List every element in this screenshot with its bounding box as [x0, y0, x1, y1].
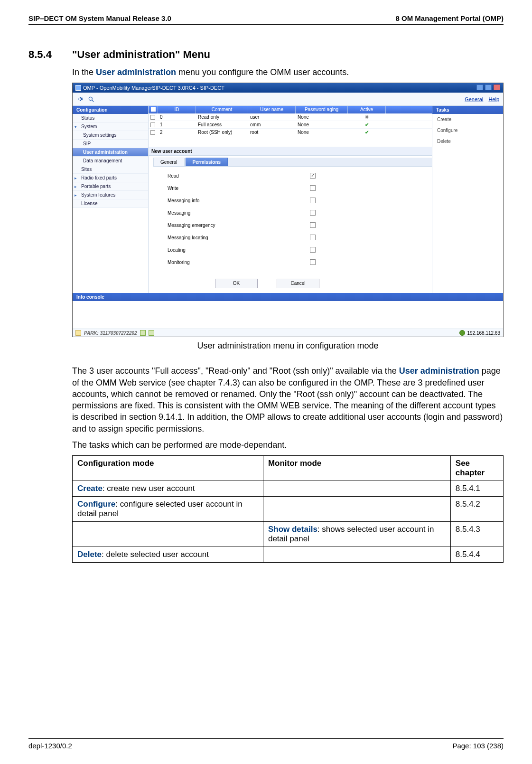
table-row[interactable]: 2 Root (SSH only) root None ✔ [149, 129, 432, 136]
tasks-table: Configuration mode Monitor mode See chap… [72, 455, 504, 563]
footer-left: depl-1230/0.2 [28, 742, 72, 750]
section-number: 8.5.4 [28, 48, 72, 61]
sidebar-item-license[interactable]: License [73, 199, 148, 208]
header-left: SIP–DECT OM System Manual Release 3.0 [28, 14, 171, 22]
general-link[interactable]: General [465, 96, 483, 102]
figure-caption: User administration menu in configuratio… [72, 341, 504, 351]
row-checkbox[interactable] [150, 130, 155, 135]
page-header: SIP–DECT OM System Manual Release 3.0 8 … [28, 14, 504, 25]
task-keyword: Delete [77, 550, 102, 559]
paragraph-2: The tasks which can be performed are mod… [72, 439, 504, 451]
column-id[interactable]: ID [158, 106, 196, 113]
sidebar-heading: Configuration [73, 106, 148, 114]
info-console-body [73, 301, 503, 329]
inactive-icon: ✖ [365, 114, 369, 120]
permission-label: Write [168, 186, 310, 191]
table-row: Configure: configure selected user accou… [73, 497, 504, 522]
window-titlebar: OMP - OpenMobility ManagerSIP-DECT 3.0RC… [73, 83, 503, 93]
gear-icon[interactable] [76, 96, 83, 103]
user-admin-link: User administration [399, 366, 479, 376]
permission-checkbox[interactable] [310, 259, 316, 265]
section-title: "User administration" Menu [72, 48, 210, 61]
screenshot-figure: OMP - OpenMobility ManagerSIP-DECT 3.0RC… [72, 83, 504, 337]
table-row[interactable]: 0 Read only user None ✖ [149, 113, 432, 121]
section-heading: 8.5.4 "User administration" Menu [28, 48, 504, 61]
column-comment[interactable]: Comment [196, 106, 248, 113]
tasks-heading: Tasks [432, 106, 503, 114]
sidebar-item-system[interactable]: System [73, 123, 148, 131]
table-row[interactable]: 1 Full access omm None ✔ [149, 121, 432, 129]
permission-checkbox[interactable] [310, 198, 316, 203]
svg-line-1 [92, 100, 94, 102]
task-configure[interactable]: Configure [432, 125, 503, 136]
ip-address: 192.168.112.63 [467, 330, 500, 336]
column-checkbox[interactable] [149, 106, 158, 113]
permission-label: Read [168, 173, 310, 179]
table-header-monitor: Monitor mode [263, 456, 450, 481]
permission-row: Messaging [168, 207, 418, 219]
permission-row: Locating [168, 244, 418, 256]
sidebar-item-status[interactable]: Status [73, 114, 148, 123]
page-footer: depl-1230/0.2 Page: 103 (238) [28, 738, 504, 750]
user-admin-link: User administration [96, 67, 176, 77]
search-icon[interactable] [88, 96, 94, 103]
permission-checkbox[interactable] [310, 210, 316, 216]
info-console: Info console [73, 293, 503, 329]
intro-paragraph: In the User administration menu you conf… [72, 66, 504, 78]
sidebar-item-system-settings[interactable]: System settings [73, 131, 148, 140]
row-checkbox[interactable] [150, 123, 155, 127]
table-header-config: Configuration mode [73, 456, 263, 481]
active-icon: ✔ [365, 130, 369, 135]
close-icon[interactable] [494, 85, 500, 90]
table-row: Create: create new user account 8.5.4.1 [73, 481, 504, 497]
permission-checkbox[interactable] [310, 185, 316, 191]
status-tool-icon[interactable] [75, 330, 81, 336]
table-row: Show details: shows selected user accoun… [73, 522, 504, 547]
cancel-button[interactable]: Cancel [277, 279, 319, 288]
footer-right: Page: 103 (238) [452, 742, 504, 750]
sidebar-item-radio-fixed-parts[interactable]: Radio fixed parts [73, 174, 148, 182]
permission-checkbox[interactable] [310, 173, 316, 179]
ok-button[interactable]: OK [215, 279, 258, 288]
active-icon: ✔ [365, 122, 369, 127]
permission-checkbox[interactable] [310, 247, 316, 253]
task-keyword: Create [77, 484, 103, 493]
task-create[interactable]: Create [432, 114, 503, 125]
window-title: OMP - OpenMobility ManagerSIP-DECT 3.0RC… [83, 85, 224, 91]
column-password-aging[interactable]: Password aging [296, 106, 348, 113]
sidebar-item-data-management[interactable]: Data management [73, 157, 148, 165]
status-bar: PARK: 31170307272202 192.168.112.63 [73, 329, 503, 337]
table-header-chapter: See chapter [450, 456, 503, 481]
tab-permissions[interactable]: Permissions [186, 158, 228, 166]
permission-row: Messaging emergency [168, 219, 418, 231]
sidebar-item-sip[interactable]: SIP [73, 140, 148, 148]
sidebar-item-portable-parts[interactable]: Portable parts [73, 182, 148, 191]
task-delete[interactable]: Delete [432, 136, 503, 147]
toolbar: General Help [73, 93, 503, 106]
maximize-icon[interactable] [485, 85, 492, 90]
permission-row: Monitoring [168, 256, 418, 268]
table-row: Delete: delete selected user account 8.5… [73, 547, 504, 563]
permission-label: Messaging locating [168, 235, 310, 240]
status-icon[interactable] [149, 330, 154, 336]
app-logo-icon [75, 85, 81, 91]
column-username[interactable]: User name [248, 106, 296, 113]
help-link[interactable]: Help [488, 96, 499, 102]
permission-row: Messaging locating [168, 231, 418, 244]
minimize-icon[interactable] [476, 85, 483, 90]
permission-row: Write [168, 182, 418, 194]
sidebar-item-system-features[interactable]: System features [73, 191, 148, 199]
status-icon[interactable] [140, 330, 146, 336]
permission-label: Monitoring [168, 260, 310, 265]
sidebar-item-sites[interactable]: Sites [73, 165, 148, 174]
column-active[interactable]: Active [348, 106, 386, 113]
permission-checkbox[interactable] [310, 235, 316, 240]
permission-checkbox[interactable] [310, 222, 316, 228]
task-keyword: Show details [268, 525, 317, 534]
tab-general[interactable]: General [153, 158, 185, 166]
row-checkbox[interactable] [150, 115, 155, 120]
permission-row: Read [168, 170, 418, 182]
permission-label: Locating [168, 247, 310, 253]
permission-label: Messaging emergency [168, 223, 310, 228]
sidebar-item-user-administration[interactable]: User administration [73, 148, 148, 157]
